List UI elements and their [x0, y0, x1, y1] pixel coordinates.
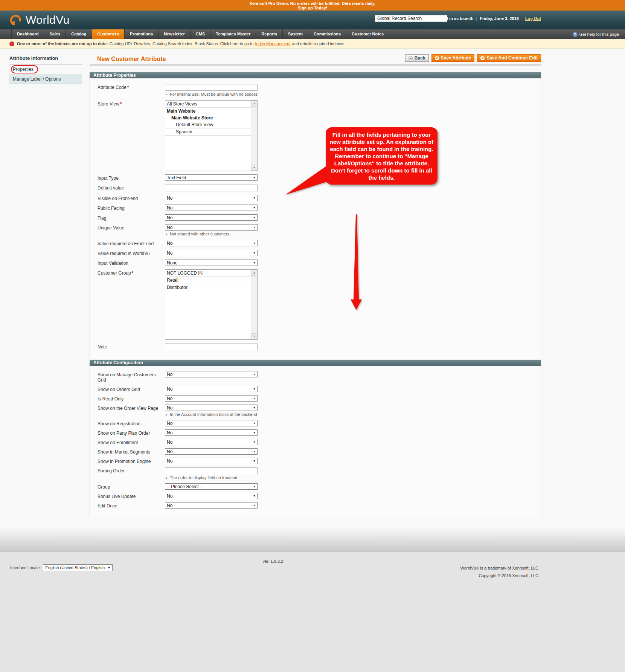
chevron-down-icon: ▼ — [253, 388, 256, 390]
sorting-order-input[interactable] — [165, 467, 258, 474]
nav-item-system[interactable]: System — [282, 29, 308, 39]
option-default-store-view[interactable]: Default Store View — [165, 121, 251, 128]
field-label: Bonus Live Update — [98, 493, 165, 499]
nav-item-cms[interactable]: CMS — [190, 29, 210, 39]
field-label: Value required in WorldVu — [98, 250, 165, 256]
chevron-down-icon: ▼ — [253, 216, 256, 219]
nav-item-newsletter[interactable]: Newsletter — [158, 29, 190, 39]
section-attribute-properties: Attribute PropertiesAttribute Code*▲For … — [90, 72, 541, 359]
option-list: All Store ViewsMain WebsiteMain Website … — [165, 101, 251, 171]
select-value: No — [167, 215, 172, 220]
show-on-registration-select[interactable]: No▼ — [165, 420, 258, 426]
field-label-text: Store View — [98, 101, 119, 107]
group-select[interactable]: -- Please Select --▼ — [165, 483, 258, 490]
default-value-input[interactable] — [165, 185, 258, 191]
visible-on-front-end-select[interactable]: No▼ — [165, 195, 258, 201]
field-row: Group-- Please Select --▼ — [98, 483, 541, 490]
option-main-website[interactable]: Main Website — [165, 108, 251, 115]
note-triangle-icon: ▲ — [165, 475, 168, 480]
warning-icon: ! — [9, 41, 14, 46]
field-row: Unique ValueNo▼▲Not shared with other cu… — [98, 224, 541, 237]
nav-item-templates-master[interactable]: Templates Master — [210, 29, 256, 39]
field-control: No▼▲Not shared with other customers — [165, 224, 258, 237]
scroll-up-icon[interactable]: ▲ — [251, 270, 257, 276]
chevron-down-icon: ▼ — [253, 197, 256, 199]
edit-once-select[interactable]: No▼ — [165, 502, 258, 509]
flag-select[interactable]: No▼ — [165, 214, 258, 221]
attribute-code-input[interactable] — [165, 84, 258, 91]
value-required-on-front-end-select[interactable]: No▼ — [165, 240, 258, 246]
scroll-up-icon[interactable]: ▲ — [251, 101, 257, 107]
customer-group-multiselect[interactable]: NOT LOGGED INRetailDistributor▲▼ — [165, 269, 258, 340]
nav-item-sales[interactable]: Sales — [44, 29, 66, 39]
field-control: No▼ — [165, 371, 258, 383]
logout-link[interactable]: Log Out — [525, 16, 541, 21]
scrollbar[interactable]: ▲▼ — [251, 270, 257, 339]
public-facing-select[interactable]: No▼ — [165, 205, 258, 211]
note-input[interactable] — [165, 344, 258, 350]
show-in-market-segments-select[interactable]: No▼ — [165, 448, 258, 455]
store-view-multiselect[interactable]: All Store ViewsMain WebsiteMain Website … — [165, 100, 258, 171]
field-label-text: Show on Manage Customers Grid — [98, 372, 156, 383]
option-all-store-views[interactable]: All Store Views — [165, 101, 251, 108]
get-help-link[interactable]: ? Get help for this page — [573, 29, 619, 39]
sidebar-title: Attribute Information — [9, 55, 82, 65]
save-and-continue-edit-button[interactable]: ✔Save And Continue Edit — [477, 54, 541, 62]
nav-item-reports[interactable]: Reports — [256, 29, 282, 39]
nav-item-catalog[interactable]: Catalog — [66, 29, 91, 39]
save-attribute-button[interactable]: ✔Save Attribute — [431, 54, 475, 62]
field-label-text: Is Read Only — [98, 396, 123, 402]
show-on-orders-grid-select[interactable]: No▼ — [165, 386, 258, 392]
unique-value-select[interactable]: No▼ — [165, 224, 258, 231]
show-on-the-order-view-page-select[interactable]: No▼ — [165, 405, 258, 411]
logo-text: WorldVu — [26, 14, 70, 26]
sidebar-item-manage-label-options[interactable]: Manage Label / Options — [9, 74, 82, 84]
scroll-down-icon[interactable]: ▼ — [251, 165, 257, 171]
field-control: No▼ — [165, 386, 258, 392]
sidebar-item-properties[interactable]: Properties — [9, 64, 82, 74]
nav-item-promotions[interactable]: Promotions — [124, 29, 158, 39]
chevron-down-icon: ▼ — [253, 373, 256, 376]
field-label-text: Show on Orders Grid — [98, 387, 140, 392]
option-retail[interactable]: Retail — [165, 277, 251, 284]
button-label: Save Attribute — [441, 55, 471, 61]
field-label-text: Show on Party Plan Order — [98, 431, 150, 436]
input-validation-select[interactable]: None▼ — [165, 260, 258, 266]
field-label-text: Show on Registration — [98, 421, 140, 426]
index-management-link[interactable]: Index Management — [255, 41, 290, 46]
option-distributor[interactable]: Distributor — [165, 284, 251, 291]
option-main-website-store[interactable]: Main Website Store — [165, 115, 251, 121]
field-label-text: Show on the Order View Page — [98, 406, 158, 411]
bonus-live-update-select[interactable]: No▼ — [165, 493, 258, 499]
is-read-only-select[interactable]: No▼ — [165, 395, 258, 402]
section-header: Attribute Configuration — [90, 360, 541, 366]
show-on-manage-customers-grid-select[interactable]: No▼ — [165, 371, 258, 377]
option-spanish[interactable]: Spanish — [165, 128, 251, 136]
nav-item-customer-notes[interactable]: Customer Notes — [346, 29, 389, 39]
nav-item-dashboard[interactable]: Dashboard — [11, 29, 44, 39]
show-on-enrollment-select[interactable]: No▼ — [165, 439, 258, 445]
option-not-logged-in[interactable]: NOT LOGGED IN — [165, 270, 251, 277]
nav-item-customers[interactable]: Customers — [92, 29, 124, 39]
field-label-text: Visible on Front-end — [98, 196, 138, 201]
nav-item-commissions[interactable]: Commissions — [308, 29, 346, 39]
footer-fade — [0, 527, 625, 551]
scroll-down-icon[interactable]: ▼ — [251, 333, 257, 339]
field-label: Default value — [98, 184, 165, 191]
interface-locale-select[interactable]: English (United States) / English ▼ — [43, 564, 113, 571]
field-control: NOT LOGGED INRetailDistributor▲▼ — [165, 269, 258, 340]
value-required-in-worldvu-select[interactable]: No▼ — [165, 250, 258, 256]
scrollbar[interactable]: ▲▼ — [251, 101, 257, 171]
field-label: Show on Party Plan Order — [98, 429, 165, 436]
select-value: No — [167, 195, 172, 201]
show-on-party-plan-order-select[interactable]: No▼ — [165, 429, 258, 436]
chevron-down-icon: ▼ — [253, 450, 256, 453]
field-note: ▲The order to display field on frontend — [165, 475, 258, 480]
back-button[interactable]: ◂Back — [405, 54, 429, 62]
input-type-select[interactable]: Text Field▼ — [165, 174, 258, 181]
signup-link[interactable]: Sign up Today! — [298, 6, 328, 10]
chevron-down-icon: ▼ — [253, 441, 256, 443]
field-control: No▼ — [165, 439, 258, 445]
main-nav: DashboardSalesCatalogCustomersPromotions… — [0, 29, 625, 39]
show-in-promotion-engine-select[interactable]: No▼ — [165, 458, 258, 464]
